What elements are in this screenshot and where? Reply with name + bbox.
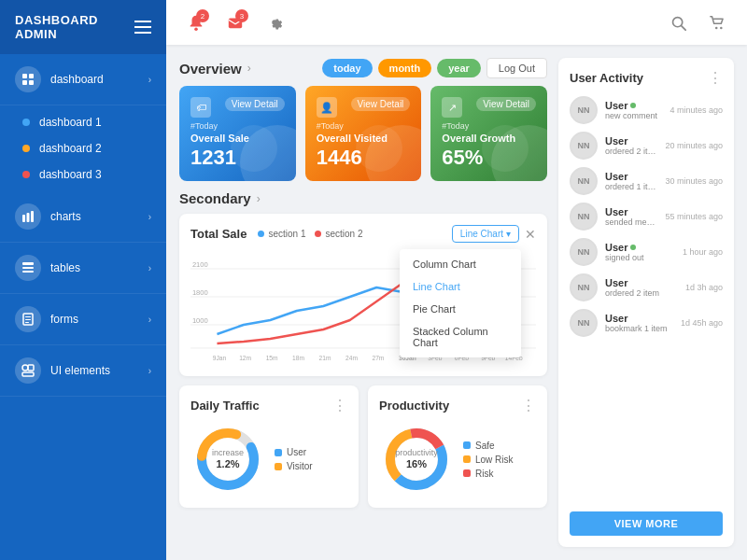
topbar-left-icons: 2 3 bbox=[181, 7, 289, 37]
sidebar-item-forms[interactable]: forms › bbox=[0, 294, 166, 345]
productivity-donut: productivity 16% Safe bbox=[379, 422, 536, 497]
notification-bell-icon[interactable]: 2 bbox=[181, 7, 211, 37]
svg-point-19 bbox=[672, 17, 682, 26]
total-sale-title: Total Sale bbox=[190, 227, 247, 241]
dropdown-line-chart[interactable]: Line Chart bbox=[400, 275, 521, 298]
ua-info-1: User new comment bbox=[605, 100, 662, 120]
sidebar-item-ui-elements[interactable]: UI elements › bbox=[0, 345, 166, 397]
chart-type-dropdown: Column Chart Line Chart Pie Chart Stacke… bbox=[400, 249, 521, 357]
ua-item-4: NN User sended messenge 55 minutes ago bbox=[570, 203, 723, 231]
tables-icon bbox=[15, 255, 41, 281]
ua-avatar-7: NN bbox=[570, 309, 598, 337]
sidebar: DASHBOARD ADMIN dashboard › dashboard 1 … bbox=[0, 0, 166, 560]
overall-growth-card: ↗ View Detail #Today Overall Growth 65% bbox=[430, 86, 547, 181]
sale-card-sub: #Today bbox=[190, 121, 285, 131]
topbar-right bbox=[663, 7, 732, 37]
secondary-arrow-icon[interactable]: › bbox=[257, 192, 261, 205]
svg-rect-6 bbox=[31, 211, 34, 222]
visited-view-detail-button[interactable]: View Detail bbox=[351, 97, 411, 111]
dropdown-column-chart[interactable]: Column Chart bbox=[400, 253, 521, 275]
chevron-ui-icon: › bbox=[148, 366, 151, 376]
sidebar-sub-item-1[interactable]: dashboard 1 bbox=[0, 109, 166, 135]
daily-traffic-menu-icon[interactable]: ⋮ bbox=[332, 397, 347, 414]
cart-icon[interactable] bbox=[702, 7, 732, 37]
sidebar-item-dashboard[interactable]: dashboard › bbox=[0, 54, 166, 105]
svg-text:1000: 1000 bbox=[192, 316, 209, 325]
svg-point-17 bbox=[194, 27, 198, 31]
legend-visitor-color bbox=[275, 463, 282, 470]
chart-type-label: Line Chart bbox=[460, 229, 503, 239]
overview-title: Overview bbox=[179, 61, 242, 77]
filter-year-button[interactable]: year bbox=[437, 59, 481, 77]
ua-name-3: User bbox=[605, 171, 657, 182]
sidebar-tables-label: tables bbox=[50, 261, 148, 274]
overview-arrow-icon[interactable]: › bbox=[247, 62, 251, 75]
main-content: 2 3 Overview › bbox=[166, 0, 747, 560]
ua-action-7: bookmark 1 item bbox=[605, 324, 673, 333]
dropdown-pie-chart[interactable]: Pie Chart bbox=[400, 298, 521, 320]
forms-icon bbox=[15, 306, 41, 332]
email-icon[interactable]: 3 bbox=[220, 7, 250, 37]
sidebar-item-charts[interactable]: charts › bbox=[0, 191, 166, 243]
legend-visitor-label: Visitor bbox=[287, 461, 313, 471]
productivity-center-label: productivity bbox=[395, 448, 438, 458]
legend-risk-label: Risk bbox=[475, 469, 493, 479]
daily-traffic-donut: increase 1.2% User bbox=[190, 422, 347, 497]
productivity-menu-icon[interactable]: ⋮ bbox=[521, 397, 536, 414]
ua-name-5: User bbox=[605, 242, 675, 253]
daily-traffic-title: Daily Traffic bbox=[190, 399, 260, 413]
ua-item-6: NN User ordered 2 item 1d 3h ago bbox=[570, 273, 723, 301]
ua-time-3: 30 minutes ago bbox=[665, 176, 723, 186]
filter-month-button[interactable]: month bbox=[378, 59, 432, 77]
ua-name-6: User bbox=[605, 277, 678, 288]
dashboard-icon bbox=[15, 66, 41, 92]
user-activity-menu-icon[interactable]: ⋮ bbox=[708, 69, 723, 87]
charts-icon bbox=[15, 203, 41, 230]
chevron-charts-icon: › bbox=[148, 212, 151, 222]
overview-section: Overview › today month year Log Out bbox=[179, 58, 547, 181]
legend-user-color bbox=[275, 449, 282, 456]
view-more-button[interactable]: VIEW MORE bbox=[570, 511, 723, 536]
ua-name-1: User bbox=[605, 100, 662, 111]
topbar: 2 3 bbox=[166, 0, 747, 45]
dot-blue-icon bbox=[22, 119, 30, 126]
dropdown-stacked-chart[interactable]: Stacked Column Chart bbox=[400, 320, 521, 354]
overview-cards: 🏷 View Detail #Today Overall Sale 1231 👤 bbox=[179, 86, 547, 181]
close-dropdown-button[interactable]: ✕ bbox=[525, 227, 536, 242]
ua-time-6: 1d 3h ago bbox=[685, 283, 723, 292]
productivity-donut-chart: productivity 16% bbox=[379, 422, 454, 497]
sidebar-header: DASHBOARD ADMIN bbox=[0, 0, 166, 54]
svg-rect-15 bbox=[28, 365, 34, 371]
hamburger-menu[interactable] bbox=[134, 21, 151, 34]
legend-section2: section 2 bbox=[315, 229, 362, 239]
sidebar-item-tables[interactable]: tables › bbox=[0, 243, 166, 294]
logout-button[interactable]: Log Out bbox=[486, 58, 547, 78]
sidebar-sub-item-3[interactable]: dashboard 3 bbox=[0, 161, 166, 188]
sale-view-detail-button[interactable]: View Detail bbox=[225, 97, 285, 111]
overall-sale-card: 🏷 View Detail #Today Overall Sale 1231 bbox=[179, 86, 296, 181]
chart-type-button[interactable]: Line Chart ▾ bbox=[452, 225, 519, 243]
growth-card-sub: #Today bbox=[442, 121, 536, 131]
ua-name-4: User bbox=[605, 206, 657, 217]
legend-section2-label: section 2 bbox=[325, 229, 362, 239]
svg-line-20 bbox=[681, 25, 684, 29]
ua-avatar-4: NN bbox=[570, 203, 598, 231]
svg-text:1800: 1800 bbox=[192, 288, 209, 297]
svg-text:21m: 21m bbox=[319, 355, 331, 361]
growth-view-detail-button[interactable]: View Detail bbox=[476, 97, 536, 111]
ua-online-dot-5 bbox=[630, 245, 636, 250]
daily-traffic-center-label: increase bbox=[212, 448, 244, 458]
settings-icon[interactable] bbox=[260, 7, 289, 37]
ua-time-4: 55 minutes ago bbox=[665, 212, 723, 221]
svg-text:2100: 2100 bbox=[192, 260, 209, 269]
svg-rect-0 bbox=[22, 74, 27, 78]
svg-text:12m: 12m bbox=[239, 355, 251, 361]
filter-today-button[interactable]: today bbox=[322, 59, 372, 77]
search-icon[interactable] bbox=[663, 7, 693, 37]
svg-rect-12 bbox=[25, 319, 31, 320]
sidebar-sub-item-2[interactable]: dashboard 2 bbox=[0, 135, 166, 161]
user-activity-panel: User Activity ⋮ NN User new comment 4 mi… bbox=[558, 58, 734, 547]
secondary-header: Secondary › bbox=[179, 190, 547, 206]
ua-avatar-2: NN bbox=[570, 132, 598, 160]
user-activity-header: User Activity ⋮ bbox=[570, 69, 723, 87]
